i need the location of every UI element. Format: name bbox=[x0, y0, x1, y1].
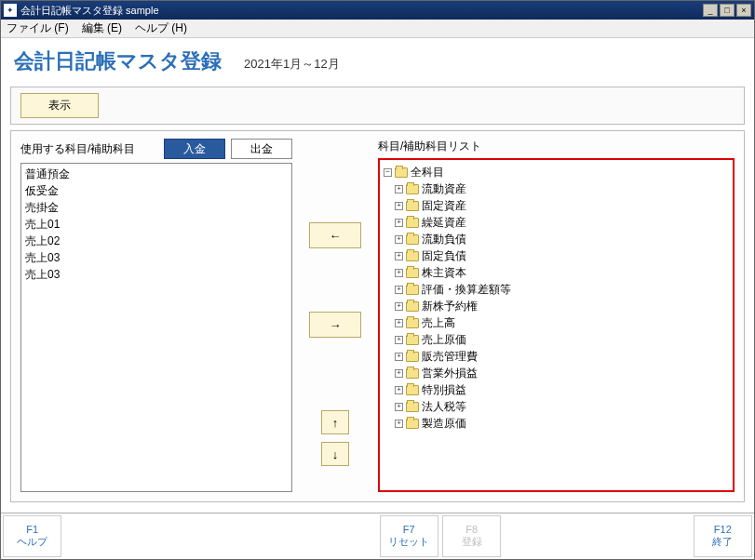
list-item[interactable]: 売上02 bbox=[25, 233, 288, 249]
tree-item-label: 法人税等 bbox=[422, 398, 466, 415]
expand-icon[interactable]: + bbox=[395, 185, 403, 193]
folder-icon bbox=[406, 301, 419, 312]
minimize-button[interactable]: _ bbox=[703, 4, 718, 17]
tree-item-label: 流動資産 bbox=[422, 180, 466, 197]
f7-reset[interactable]: F7 リセット bbox=[380, 515, 438, 557]
tree-item-label: 営業外損益 bbox=[422, 365, 478, 381]
expand-icon[interactable]: + bbox=[395, 235, 403, 244]
folder-icon bbox=[406, 234, 419, 245]
folder-icon bbox=[406, 419, 419, 429]
fkey-label: ヘルプ bbox=[17, 535, 47, 549]
list-item[interactable]: 売上01 bbox=[25, 216, 288, 233]
f8-register: F8 登録 bbox=[442, 515, 501, 557]
header: 会計日記帳マスタ登録 2021年1月～12月 bbox=[1, 38, 754, 83]
folder-icon bbox=[406, 268, 419, 278]
tree-item[interactable]: +評価・換算差額等 bbox=[384, 281, 729, 298]
account-tree-column: 科目/補助科目リスト − 全科目 +流動資産+固定資産+繰延資産+流動負債+固定… bbox=[378, 139, 735, 492]
tree-item[interactable]: +流動負債 bbox=[384, 231, 729, 247]
expand-icon[interactable]: + bbox=[395, 319, 403, 327]
folder-icon bbox=[406, 352, 419, 362]
tree-item[interactable]: +売上原価 bbox=[384, 331, 729, 348]
fkey-number: F12 bbox=[714, 524, 732, 535]
app-icon: ✦ bbox=[4, 4, 17, 17]
tree-item-label: 固定負債 bbox=[422, 247, 466, 264]
tree-item[interactable]: +流動資産 bbox=[384, 180, 729, 197]
tree-item[interactable]: +製造原価 bbox=[384, 415, 729, 432]
folder-icon bbox=[406, 184, 419, 194]
menu-file[interactable]: ファイル (F) bbox=[7, 20, 69, 36]
folder-icon bbox=[406, 385, 419, 395]
expand-icon[interactable]: + bbox=[395, 353, 403, 361]
f12-exit[interactable]: F12 終了 bbox=[694, 515, 752, 557]
fkey-number: F8 bbox=[465, 524, 478, 535]
expand-icon[interactable]: + bbox=[395, 286, 403, 294]
move-up-button[interactable]: ↑ bbox=[321, 410, 349, 434]
expand-icon[interactable]: + bbox=[395, 403, 403, 411]
tree-item[interactable]: +新株予約権 bbox=[384, 298, 729, 314]
display-button[interactable]: 表示 bbox=[20, 93, 99, 118]
folder-icon bbox=[406, 402, 419, 412]
expand-icon[interactable]: + bbox=[395, 336, 403, 344]
expand-icon[interactable]: + bbox=[395, 202, 403, 210]
used-accounts-label: 使用する科目/補助科目 bbox=[20, 141, 158, 157]
folder-icon bbox=[406, 218, 419, 228]
tree-item-label: 繰延資産 bbox=[422, 214, 466, 231]
page-title: 会計日記帳マスタ登録 bbox=[14, 47, 222, 75]
folder-icon bbox=[406, 368, 419, 379]
move-down-button[interactable]: ↓ bbox=[321, 442, 349, 466]
close-button[interactable]: × bbox=[736, 4, 751, 17]
folder-icon bbox=[406, 285, 419, 295]
folder-icon bbox=[395, 167, 408, 178]
expand-icon[interactable]: + bbox=[395, 269, 403, 277]
tab-deposit[interactable]: 入金 bbox=[164, 139, 225, 159]
fkey-number: F7 bbox=[403, 524, 415, 535]
tree-item-label: 新株予約権 bbox=[422, 298, 478, 314]
f1-help[interactable]: F1 ヘルプ bbox=[3, 515, 61, 557]
tree-item[interactable]: +営業外損益 bbox=[384, 365, 729, 381]
move-left-button[interactable]: ← bbox=[309, 222, 361, 248]
fkey-label: 登録 bbox=[462, 535, 482, 549]
tree-item[interactable]: +法人税等 bbox=[384, 398, 729, 415]
tree-item-label: 特別損益 bbox=[422, 381, 466, 398]
move-right-button[interactable]: → bbox=[309, 312, 361, 338]
maximize-button[interactable]: □ bbox=[720, 4, 735, 17]
tree-item[interactable]: +特別損益 bbox=[384, 381, 729, 398]
list-item[interactable]: 売上03 bbox=[25, 266, 288, 283]
tree-item-label: 株主資本 bbox=[422, 264, 466, 281]
list-item[interactable]: 売上03 bbox=[25, 249, 288, 266]
function-key-bar: F1 ヘルプ F7 リセット F8 登録 F12 終了 bbox=[1, 513, 754, 559]
tree-item[interactable]: +固定資産 bbox=[384, 197, 729, 214]
menu-edit[interactable]: 編集 (E) bbox=[82, 20, 122, 36]
period-label: 2021年1月～12月 bbox=[244, 56, 340, 73]
tree-item-label: 販売管理費 bbox=[422, 348, 478, 365]
account-tree[interactable]: − 全科目 +流動資産+固定資産+繰延資産+流動負債+固定負債+株主資本+評価・… bbox=[378, 158, 735, 492]
tree-item[interactable]: +販売管理費 bbox=[384, 348, 729, 365]
fkey-label: リセット bbox=[388, 535, 429, 549]
tree-item-label: 流動負債 bbox=[422, 231, 466, 247]
menu-help[interactable]: ヘルプ (H) bbox=[135, 20, 187, 36]
titlebar: ✦ 会計日記帳マスタ登録 sample _ □ × bbox=[1, 1, 754, 20]
folder-icon bbox=[406, 335, 419, 345]
tree-root[interactable]: − 全科目 bbox=[384, 164, 729, 180]
expand-icon[interactable]: + bbox=[395, 369, 403, 378]
list-item[interactable]: 普通預金 bbox=[25, 166, 288, 182]
list-item[interactable]: 売掛金 bbox=[25, 199, 288, 216]
window-title: 会計日記帳マスタ登録 sample bbox=[20, 4, 703, 18]
list-item[interactable]: 仮受金 bbox=[25, 182, 288, 199]
expand-icon[interactable]: + bbox=[395, 420, 403, 428]
tree-item[interactable]: +固定負債 bbox=[384, 247, 729, 264]
main-panel: 使用する科目/補助科目 入金 出金 普通預金仮受金売掛金売上01売上02売上03… bbox=[10, 130, 745, 502]
tab-withdrawal[interactable]: 出金 bbox=[231, 139, 292, 159]
expand-icon[interactable]: + bbox=[395, 386, 403, 394]
tree-item[interactable]: +株主資本 bbox=[384, 264, 729, 281]
expand-icon[interactable]: + bbox=[395, 302, 403, 311]
used-accounts-list[interactable]: 普通預金仮受金売掛金売上01売上02売上03売上03 bbox=[20, 163, 292, 492]
tree-item[interactable]: +売上高 bbox=[384, 314, 729, 331]
expand-icon[interactable]: + bbox=[395, 252, 403, 260]
tree-item-label: 製造原価 bbox=[422, 415, 466, 432]
account-tree-label: 科目/補助科目リスト bbox=[378, 139, 735, 154]
collapse-icon[interactable]: − bbox=[384, 168, 392, 177]
expand-icon[interactable]: + bbox=[395, 219, 403, 227]
tree-item[interactable]: +繰延資産 bbox=[384, 214, 729, 231]
tree-item-label: 売上原価 bbox=[422, 331, 466, 348]
